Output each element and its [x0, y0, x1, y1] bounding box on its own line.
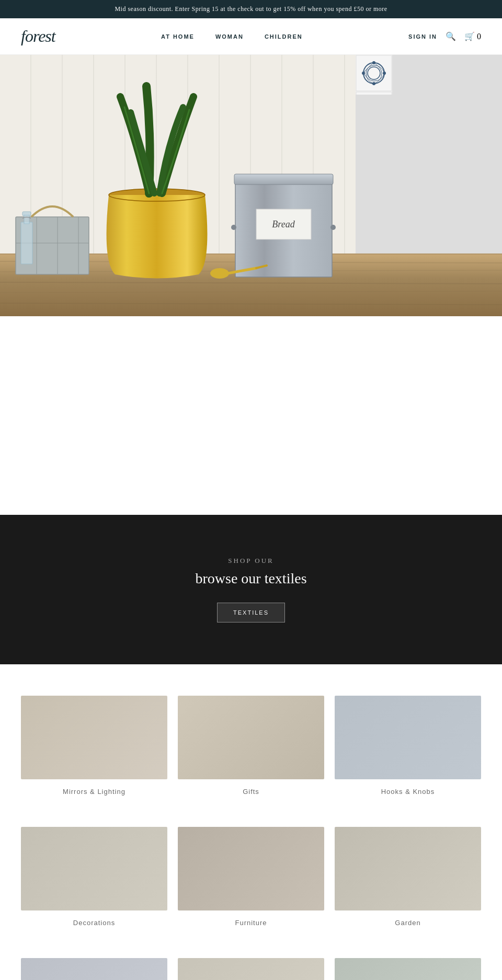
- nav-right: SIGN IN 🔍 🛒 0: [408, 31, 481, 41]
- category-label: Garden: [395, 919, 420, 927]
- category-grid: Mirrors & LightingGiftsHooks & KnobsDeco…: [21, 696, 481, 980]
- category-image: [178, 958, 324, 980]
- category-image: [178, 827, 324, 910]
- svg-rect-29: [234, 174, 333, 185]
- category-label: Decorations: [73, 919, 115, 927]
- category-item-hooks-and-knobs[interactable]: Hooks & Knobs: [335, 696, 481, 795]
- category-label: Gifts: [243, 788, 259, 795]
- sign-in-link[interactable]: SIGN IN: [408, 33, 437, 40]
- white-space-section: [0, 316, 502, 515]
- nav-woman[interactable]: WOMAN: [215, 33, 244, 40]
- nav-children[interactable]: CHILDREN: [265, 33, 303, 40]
- category-label: Mirrors & Lighting: [63, 788, 126, 795]
- svg-rect-25: [22, 212, 31, 216]
- hero-scene: Bread: [0, 55, 502, 316]
- category-item-mirrors-and-lighting[interactable]: Mirrors & Lighting: [21, 696, 167, 795]
- category-item-gifts[interactable]: Gifts: [178, 696, 324, 795]
- hero-illustration: Bread: [0, 55, 502, 316]
- svg-text:Bread: Bread: [272, 219, 295, 229]
- category-image: [21, 827, 167, 910]
- announcement-bar: Mid season discount. Enter Spring 15 at …: [0, 0, 502, 18]
- logo[interactable]: forest: [21, 27, 55, 46]
- category-item-garden[interactable]: Garden: [335, 827, 481, 927]
- category-item-tableware-and-vases[interactable]: Tableware & Vases: [178, 958, 324, 980]
- cart-count: 0: [477, 32, 481, 41]
- search-icon[interactable]: 🔍: [446, 31, 456, 41]
- category-label: Furniture: [235, 919, 267, 927]
- category-image: [21, 696, 167, 779]
- cart-area[interactable]: 🛒 0: [464, 31, 481, 41]
- navigation: forest AT HOME WOMAN CHILDREN SIGN IN 🔍 …: [0, 18, 502, 55]
- category-label: Hooks & Knobs: [381, 788, 435, 795]
- category-section: Mirrors & LightingGiftsHooks & KnobsDeco…: [0, 664, 502, 980]
- promo-title: browse our textiles: [21, 570, 481, 587]
- category-item-decorations[interactable]: Decorations: [21, 827, 167, 927]
- cart-icon[interactable]: 🛒: [464, 31, 475, 41]
- category-item-furniture[interactable]: Furniture: [178, 827, 324, 927]
- svg-point-33: [330, 225, 336, 230]
- announcement-text: Mid season discount. Enter Spring 15 at …: [115, 5, 387, 13]
- category-image: [335, 696, 481, 779]
- category-image: [178, 696, 324, 779]
- nav-links: AT HOME WOMAN CHILDREN: [161, 33, 303, 40]
- svg-point-32: [231, 225, 236, 230]
- nav-at-home[interactable]: AT HOME: [161, 33, 195, 40]
- category-image: [21, 958, 167, 980]
- hero-section: Bread: [0, 55, 502, 316]
- svg-rect-23: [21, 222, 32, 264]
- promo-subtitle: shop our: [21, 557, 481, 565]
- category-item-stationery-and-storage[interactable]: Stationery & Storage: [21, 958, 167, 980]
- category-image: [335, 827, 481, 910]
- category-image: [335, 958, 481, 980]
- promo-section: shop our browse our textiles TEXTILES: [0, 515, 502, 664]
- category-item-textiles[interactable]: Textiles: [335, 958, 481, 980]
- promo-textiles-button[interactable]: TEXTILES: [217, 603, 285, 622]
